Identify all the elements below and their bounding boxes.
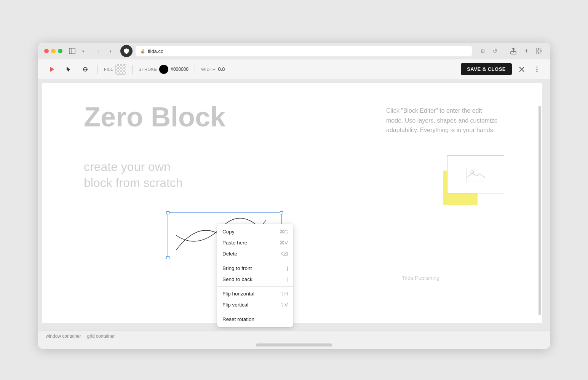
flip-h-label: Flip horizontal bbox=[222, 291, 254, 297]
new-tab-icon[interactable]: + bbox=[522, 46, 531, 56]
svg-rect-3 bbox=[536, 48, 538, 50]
lock-icon: 🔒 bbox=[140, 49, 145, 54]
context-menu-item-reset-rotation[interactable]: Reset rotation bbox=[217, 314, 293, 325]
svg-rect-5 bbox=[536, 52, 538, 54]
refresh-icon[interactable]: ↺ bbox=[491, 46, 500, 56]
svg-point-14 bbox=[537, 66, 538, 67]
minimize-traffic-light[interactable] bbox=[51, 49, 56, 53]
context-menu-item-flip-v[interactable]: Flip vertical ⇧V bbox=[217, 299, 293, 310]
context-menu-item-paste[interactable]: Paste here ⌘V bbox=[217, 237, 293, 248]
delete-label: Delete bbox=[222, 251, 237, 257]
width-value[interactable]: 0.8 bbox=[218, 66, 227, 72]
forward-button[interactable]: › bbox=[105, 46, 116, 56]
context-menu-item-delete[interactable]: Delete ⌫ bbox=[217, 248, 293, 259]
stroke-control: STROKE #000000 bbox=[139, 65, 189, 74]
width-control: WIDTH 0.8 bbox=[201, 66, 227, 72]
paste-label: Paste here bbox=[222, 240, 247, 246]
bring-front-shortcut: ] bbox=[286, 265, 288, 271]
selection-handle-top-right[interactable] bbox=[280, 211, 283, 214]
bring-front-label: Bring to front bbox=[222, 265, 252, 271]
url-text: tilda.cc bbox=[148, 48, 163, 54]
svg-point-15 bbox=[537, 69, 538, 70]
svg-rect-17 bbox=[466, 167, 485, 182]
pen-tool[interactable] bbox=[79, 63, 91, 75]
fill-control: FILL bbox=[104, 64, 126, 75]
svg-rect-6 bbox=[540, 52, 542, 54]
stroke-color-swatch[interactable] bbox=[159, 65, 168, 74]
flip-h-shortcut: ⇧H bbox=[280, 291, 288, 297]
svg-marker-7 bbox=[50, 67, 54, 72]
image-placeholder-icon bbox=[466, 167, 485, 182]
close-traffic-light[interactable] bbox=[44, 49, 49, 53]
play-button[interactable] bbox=[46, 63, 58, 75]
status-bar: window container grid container bbox=[38, 331, 550, 341]
context-menu: Copy ⌘C Paste here ⌘V Delete ⌫ Bring to … bbox=[217, 224, 293, 327]
reset-rotation-label: Reset rotation bbox=[222, 316, 254, 322]
status-item-grid: grid container bbox=[87, 334, 115, 339]
reader-mode-icon[interactable]: ⊟ bbox=[478, 46, 487, 56]
share-icon[interactable] bbox=[509, 46, 518, 56]
zero-block-title: Zero Block bbox=[84, 102, 225, 132]
flip-v-label: Flip vertical bbox=[222, 302, 248, 308]
editor-toolbar: FILL STROKE #000000 WIDTH 0.8 SAVE & CLO… bbox=[38, 59, 550, 79]
fullscreen-traffic-light[interactable] bbox=[58, 49, 62, 53]
stroke-label: STROKE bbox=[139, 67, 157, 72]
cursor-tool[interactable] bbox=[62, 63, 75, 75]
traffic-lights bbox=[44, 49, 62, 53]
back-button[interactable]: ‹ bbox=[93, 46, 104, 56]
fill-label: FILL bbox=[104, 67, 113, 72]
paste-shortcut: ⌘V bbox=[280, 240, 288, 246]
context-menu-separator-3 bbox=[217, 312, 293, 312]
save-close-button[interactable]: SAVE & CLOSE bbox=[461, 63, 512, 75]
send-back-label: Send to back bbox=[222, 276, 252, 282]
stroke-hex-value[interactable]: #000000 bbox=[171, 67, 189, 72]
address-bar[interactable]: 🔒 tilda.cc bbox=[136, 46, 472, 56]
canvas-content: Zero Block create your own block from sc… bbox=[42, 83, 542, 323]
toolbar-separator-2 bbox=[132, 65, 133, 74]
copy-label: Copy bbox=[222, 229, 235, 235]
close-editor-button[interactable] bbox=[516, 64, 527, 75]
context-menu-item-send-back[interactable]: Send to back [ bbox=[217, 274, 293, 285]
selection-handle-bottom-left[interactable] bbox=[166, 256, 169, 259]
image-placeholder[interactable] bbox=[447, 155, 504, 193]
flip-v-shortcut: ⇧V bbox=[280, 302, 288, 308]
width-label: WIDTH bbox=[201, 67, 216, 72]
publisher-label: Tilda Publishing bbox=[402, 275, 439, 281]
sidebar-toggle-icon[interactable] bbox=[69, 47, 76, 55]
send-back-shortcut: [ bbox=[286, 276, 288, 282]
svg-rect-4 bbox=[540, 48, 542, 50]
vertical-scrollbar[interactable] bbox=[538, 106, 541, 315]
context-menu-item-copy[interactable]: Copy ⌘C bbox=[217, 226, 293, 237]
selection-handle-top-left[interactable] bbox=[166, 211, 169, 214]
canvas-area[interactable]: Zero Block create your own block from sc… bbox=[38, 79, 550, 331]
context-menu-item-bring-front[interactable]: Bring to front ] bbox=[217, 263, 293, 274]
context-menu-item-flip-h[interactable]: Flip horizontal ⇧H bbox=[217, 288, 293, 299]
context-menu-separator-2 bbox=[217, 286, 293, 287]
delete-shortcut: ⌫ bbox=[281, 251, 288, 257]
shield-icon bbox=[120, 45, 133, 57]
fill-swatch[interactable] bbox=[115, 64, 126, 75]
context-menu-separator-1 bbox=[217, 261, 293, 261]
tab-overview-icon[interactable] bbox=[535, 46, 544, 56]
chevron-down-icon[interactable]: ▾ bbox=[79, 47, 87, 55]
copy-shortcut: ⌘C bbox=[280, 229, 288, 235]
toolbar-separator-3 bbox=[195, 65, 195, 74]
zero-block-description: Click "Block Editor" to enter the edit m… bbox=[386, 106, 500, 135]
svg-point-16 bbox=[537, 71, 538, 72]
svg-rect-0 bbox=[69, 48, 75, 54]
zero-block-subtitle: create your own block from scratch bbox=[84, 159, 183, 191]
more-options-button[interactable] bbox=[532, 64, 542, 75]
horizontal-scrollbar-track bbox=[38, 341, 550, 349]
status-item-window: window container bbox=[46, 334, 81, 339]
horizontal-scrollbar[interactable] bbox=[256, 343, 332, 346]
toolbar-separator bbox=[97, 65, 98, 74]
